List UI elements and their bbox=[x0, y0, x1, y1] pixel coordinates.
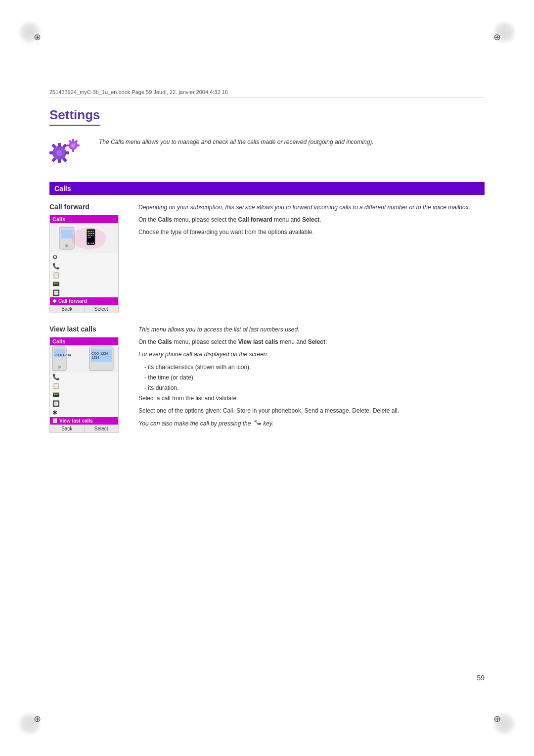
vlc-back-btn[interactable]: Back bbox=[50, 425, 85, 432]
svg-text:CCO-1234: CCO-1234 bbox=[91, 352, 108, 355]
view-last-calls-image-area: 200-1234 CCO-1234 1234 bbox=[50, 345, 118, 373]
gear-icon-container bbox=[49, 136, 89, 170]
page-header: 251433924_myC-3b_1u_en.book Page 59 Jeud… bbox=[49, 89, 485, 97]
intro-description: The Calls menu allows you to manage and … bbox=[99, 139, 374, 145]
call-forward-section: Call forward Calls 📱 bbox=[49, 203, 485, 313]
intro-text: The Calls menu allows you to manage and … bbox=[99, 136, 374, 146]
call-forward-line2: Choose the type of forwarding you want f… bbox=[138, 228, 485, 237]
corner-mark-bl bbox=[30, 711, 44, 726]
vlc-dash1: its characteristics (shown with an icon)… bbox=[138, 363, 485, 372]
svg-point-11 bbox=[71, 143, 75, 147]
svg-text:1234: 1234 bbox=[91, 356, 99, 359]
phone-image-area: 📱 bbox=[50, 223, 118, 253]
vlc-dash3: its duration. bbox=[138, 383, 485, 393]
phone-key-icon bbox=[253, 420, 262, 427]
page-title: Settings bbox=[49, 107, 100, 126]
vlc-phone-item-3: 📟 bbox=[50, 390, 118, 399]
phone-menu-bar-calls: Calls bbox=[50, 215, 118, 223]
vlc-select-call: Select a call from the list and validate… bbox=[138, 394, 485, 403]
svg-rect-14 bbox=[77, 144, 80, 146]
view-last-calls-description: This menu allows you to access the list … bbox=[138, 325, 485, 431]
corner-mark-br bbox=[490, 711, 504, 726]
svg-rect-13 bbox=[72, 149, 74, 152]
vlc-final: You can also make the call by pressing t… bbox=[138, 419, 485, 428]
call-forward-nav-bar: Back Select bbox=[50, 305, 118, 313]
view-last-calls-title: View last calls bbox=[49, 325, 129, 333]
vlc-phone-item-2: 📋 bbox=[50, 381, 118, 390]
svg-point-26 bbox=[58, 366, 61, 369]
gear-icon bbox=[49, 136, 89, 170]
phone-menu-bar-calls-2: Calls bbox=[50, 337, 118, 345]
page-info-text: 251433924_myC-3b_1u_en.book Page 59 Jeud… bbox=[49, 89, 228, 95]
svg-rect-4 bbox=[65, 151, 69, 154]
vlc-italic: This menu allows you to access the list … bbox=[138, 325, 485, 334]
call-forward-line1: On the Calls menu, please select the Cal… bbox=[138, 215, 485, 225]
main-content: Settings bbox=[49, 97, 485, 433]
svg-text:📱: 📱 bbox=[82, 228, 100, 246]
phone-highlighted-call-forward: ✱ Call forward bbox=[50, 297, 118, 305]
call-forward-left: Call forward Calls 📱 bbox=[49, 203, 129, 313]
svg-rect-3 bbox=[58, 159, 61, 163]
vlc-dash2: the time (or date), bbox=[138, 373, 485, 382]
phone-highlighted-view-last-calls: 🖼 View last calls bbox=[50, 417, 118, 425]
view-last-calls-nav-bar: Back Select bbox=[50, 425, 118, 432]
phone-item-2: 📞 bbox=[50, 262, 118, 271]
corner-mark-tl bbox=[30, 30, 44, 45]
call-forward-title: Call forward bbox=[49, 203, 129, 211]
corner-mark-tr bbox=[490, 30, 504, 45]
call-forward-phone: Calls 📱 ⚙ bbox=[49, 215, 119, 313]
svg-rect-5 bbox=[49, 151, 53, 154]
svg-text:200-1234: 200-1234 bbox=[54, 353, 71, 357]
vlc-phone-item-5: ✱ bbox=[50, 408, 118, 417]
svg-point-1 bbox=[56, 150, 62, 156]
vlc-line1: On the Calls menu, please select the Vie… bbox=[138, 337, 485, 347]
svg-point-20 bbox=[65, 244, 68, 247]
svg-rect-2 bbox=[58, 143, 61, 147]
page-number: 59 bbox=[477, 674, 485, 682]
intro-row: The Calls menu allows you to manage and … bbox=[49, 136, 485, 170]
svg-rect-12 bbox=[72, 139, 74, 142]
phone-item-3: 📋 bbox=[50, 271, 118, 280]
view-last-calls-left: View last calls Calls 200-1234 CCO-1234 … bbox=[49, 325, 129, 433]
view-last-calls-section: View last calls Calls 200-1234 CCO-1234 … bbox=[49, 325, 485, 433]
phone-item-1: ⚙ bbox=[50, 253, 118, 262]
vlc-phone-item-1: 📞 bbox=[50, 373, 118, 381]
svg-rect-19 bbox=[61, 230, 73, 238]
call-forward-description: Depending on your subscription, this ser… bbox=[138, 203, 485, 240]
vlc-select-btn[interactable]: Select bbox=[85, 425, 119, 432]
vlc-phone-item-4: 🔲 bbox=[50, 399, 118, 408]
vlc-options: Select one of the options given: Call, S… bbox=[138, 406, 485, 416]
view-last-calls-phone: Calls 200-1234 CCO-1234 1234 bbox=[49, 337, 119, 433]
phone-select-btn[interactable]: Select bbox=[85, 305, 119, 313]
svg-rect-15 bbox=[67, 144, 70, 146]
phone-back-btn[interactable]: Back bbox=[50, 305, 85, 313]
call-forward-italic: Depending on your subscription, this ser… bbox=[138, 203, 485, 212]
vlc-italic2: For every phone call are displayed on th… bbox=[138, 350, 485, 359]
section-header-calls: Calls bbox=[49, 182, 485, 195]
phone-item-4: 📟 bbox=[50, 280, 118, 288]
phone-item-5: 🔲 bbox=[50, 288, 118, 297]
